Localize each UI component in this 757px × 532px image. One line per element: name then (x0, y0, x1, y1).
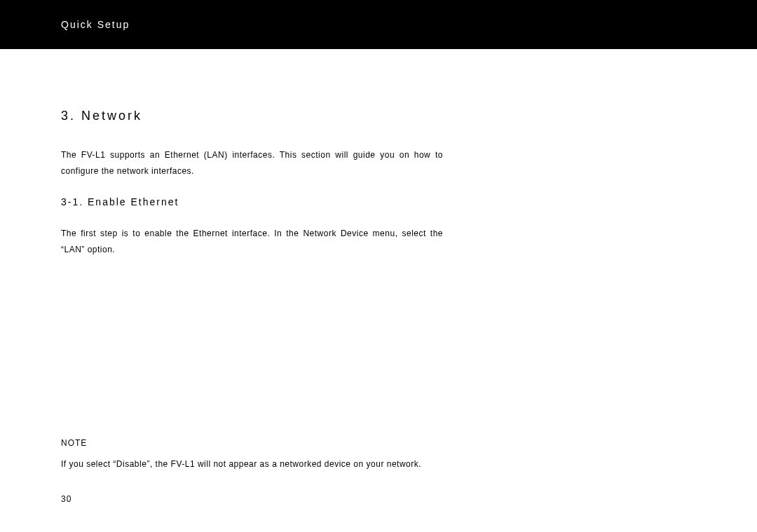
note-text: If you select “Disable”, the FV-L1 will … (61, 456, 443, 472)
subsection-heading: 3-1. Enable Ethernet (61, 196, 443, 207)
header-bar: Quick Setup (0, 0, 757, 49)
subsection-text-paragraph: The first step is to enable the Ethernet… (61, 226, 443, 258)
note-label: NOTE (61, 438, 443, 448)
page-number: 30 (61, 494, 71, 504)
section-intro-paragraph: The FV-L1 supports an Ethernet (LAN) int… (61, 147, 443, 179)
section-heading: 3. Network (61, 109, 443, 123)
content-area: 3. Network The FV-L1 supports an Etherne… (61, 109, 443, 275)
note-block: NOTE If you select “Disable”, the FV-L1 … (61, 438, 443, 472)
header-title: Quick Setup (61, 19, 130, 30)
